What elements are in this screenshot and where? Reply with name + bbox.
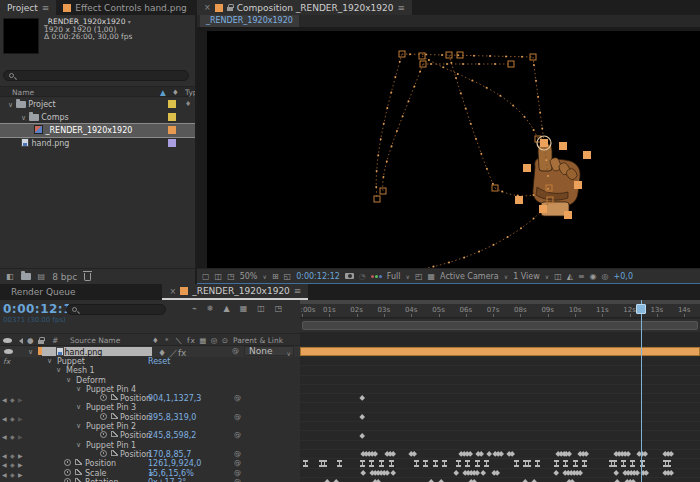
hold-keyframe[interactable] (563, 460, 568, 467)
group-row-puppet-pin-4[interactable]: ∨Puppet Pin 4 (0, 385, 300, 394)
property-label[interactable]: Mesh 1 (66, 366, 95, 375)
puppet-pin-handle[interactable] (574, 181, 582, 189)
tl-toolbar-icon-5[interactable]: ◳ (275, 304, 283, 313)
property-label[interactable]: Puppet Pin 4 (86, 385, 136, 394)
parent-dropdown[interactable]: None ∨ (244, 346, 294, 356)
tl-toolbar-icon-3[interactable]: ▦ (240, 304, 248, 313)
property-value[interactable]: ∞ 15,6,15,6% (148, 469, 194, 478)
hold-keyframe[interactable] (630, 460, 635, 467)
property-label[interactable]: Position (120, 431, 151, 440)
link-dimensions-icon[interactable]: ∞ (148, 469, 155, 478)
graph-editor-icon[interactable] (111, 450, 118, 456)
chevron-down-icon[interactable]: ▾ (128, 18, 131, 25)
tree-item-_render_1920x1920[interactable]: _RENDER_1920x1920 (0, 124, 195, 137)
preview-timecode[interactable]: 0:00:12:12 (296, 272, 340, 281)
twirl-icon[interactable]: ∨ (8, 101, 13, 109)
resolution-dropdown[interactable]: Full (387, 272, 401, 281)
tl-toolbar-icon-2[interactable]: ▲ (224, 304, 230, 313)
transparency-grid-icon[interactable]: ▦ (428, 272, 436, 281)
reset-exposure-icon[interactable]: ◎ (602, 272, 609, 281)
property-value[interactable]: Reset (148, 357, 170, 366)
graph-editor-icon[interactable] (111, 413, 118, 419)
property-label[interactable]: Puppet Pin 3 (86, 403, 136, 412)
eye-icon[interactable] (4, 349, 13, 354)
group-row-puppet[interactable]: fx∨PuppetReset (0, 357, 300, 366)
channels-icon[interactable] (371, 275, 382, 278)
hold-keyframe[interactable] (475, 460, 480, 467)
flowchart-icon[interactable]: ◉ (590, 272, 597, 281)
lock-icon[interactable] (38, 340, 44, 344)
tl-toolbar-icon-0[interactable]: ⌁ (192, 304, 197, 313)
flowchart-icon[interactable]: ♦ (185, 101, 192, 108)
hold-keyframe[interactable] (484, 460, 489, 467)
stopwatch-icon[interactable] (100, 431, 107, 438)
keyframe-diamond[interactable] (372, 451, 378, 457)
graph-editor-icon[interactable] (75, 478, 82, 482)
pickwhip-icon[interactable]: @ (234, 469, 241, 478)
hold-keyframe[interactable] (465, 460, 470, 467)
property-label[interactable]: Rotation (85, 478, 118, 482)
stopwatch-icon[interactable] (100, 394, 107, 401)
tab-composition[interactable]: × Composition _RENDER_1920x1920 ≡ (197, 0, 412, 15)
chevron-down-icon[interactable]: ∨ (406, 273, 410, 280)
keyframe-diamond[interactable] (577, 470, 583, 476)
tree-item-project[interactable]: ∨ Project♦ (0, 98, 195, 111)
work-area-bar[interactable] (302, 321, 698, 330)
graph-editor-icon[interactable] (111, 394, 118, 400)
puppet-pin-handle[interactable] (515, 196, 523, 204)
property-row-position[interactable]: ◀◆▶Position245,8,598,2@ (0, 431, 300, 440)
close-icon[interactable]: × (204, 3, 211, 12)
property-value[interactable]: 395,8,319,0 (148, 413, 196, 422)
panel-menu-icon[interactable]: ≡ (294, 286, 302, 296)
eye-icon[interactable] (3, 338, 12, 343)
playhead[interactable] (641, 300, 643, 482)
tab-project[interactable]: Project ≡ (0, 0, 56, 15)
tree-item-hand.png[interactable]: hand.png (0, 137, 195, 150)
property-row-position[interactable]: ◀◆▶Position170,8,85,7@ (0, 450, 300, 459)
hold-keyframe[interactable] (379, 460, 384, 467)
timeline-button-icon[interactable]: ≡ (578, 272, 585, 281)
group-row-puppet-pin-1[interactable]: ∨Puppet Pin 1 (0, 441, 300, 450)
graph-editor-icon[interactable] (75, 469, 82, 475)
property-row-rotation[interactable]: ◀◆▶Rotation0x+17,3°@ (0, 478, 300, 482)
grid-guides-icon[interactable]: ⊞ (272, 272, 279, 281)
property-label[interactable]: Scale (85, 469, 107, 478)
twirl-icon[interactable]: ∨ (47, 357, 52, 366)
stopwatch-icon[interactable] (64, 469, 71, 476)
property-row-position[interactable]: ◀◆▶Position904,1,1327,3@ (0, 394, 300, 403)
hold-keyframe[interactable] (573, 460, 578, 467)
property-value[interactable]: 1261,9,924,0 (148, 459, 201, 468)
pickwhip-icon[interactable]: @ (234, 394, 241, 403)
twirl-icon[interactable]: ∨ (56, 366, 61, 375)
hold-keyframe[interactable] (535, 460, 540, 467)
mask-visibility-icon[interactable]: ◱ (284, 272, 292, 281)
property-value[interactable]: 904,1,1327,3 (148, 394, 201, 403)
pickwhip-icon[interactable]: @ (234, 478, 241, 482)
project-search-input[interactable] (3, 70, 189, 81)
keyframe-diamond[interactable] (453, 470, 459, 476)
hold-keyframe[interactable] (666, 460, 671, 467)
twirl-icon[interactable]: ∨ (76, 385, 81, 394)
stopwatch-icon[interactable] (64, 478, 71, 482)
label-color-swatch[interactable] (168, 113, 176, 121)
keyframe-diamond[interactable] (668, 451, 674, 457)
layer-row[interactable]: ∨ 1 hand.png ♦ ／fx @ None ∨ (0, 346, 300, 357)
tl-toolbar-icon-1[interactable]: ❄ (207, 304, 214, 313)
hold-keyframe[interactable] (433, 460, 438, 467)
label-color-swatch[interactable] (168, 100, 176, 108)
property-label[interactable]: Puppet Pin 1 (86, 441, 136, 450)
chevron-down-icon[interactable]: ∨ (262, 273, 266, 280)
keyframe-diamond[interactable] (668, 470, 674, 476)
tl-toolbar-icon-4[interactable]: ◫ (257, 304, 265, 313)
twirl-icon[interactable]: ∨ (76, 403, 81, 412)
pickwhip-icon[interactable]: @ (234, 459, 241, 468)
keyframe-diamond[interactable] (553, 470, 559, 476)
keyframe-diamond[interactable] (411, 451, 417, 457)
hold-keyframe[interactable] (337, 460, 342, 467)
tag-icon[interactable]: ♦ (172, 88, 179, 97)
column-switches-icons[interactable]: ♦ ＊ ＼ fx ▦ ◎ ⊙ (152, 336, 229, 346)
interpret-footage-icon[interactable]: ◧ (6, 272, 14, 281)
property-label[interactable]: Deform (76, 376, 106, 385)
puppet-pin-handle[interactable] (583, 151, 591, 159)
group-row-puppet-pin-3[interactable]: ∨Puppet Pin 3 (0, 403, 300, 412)
